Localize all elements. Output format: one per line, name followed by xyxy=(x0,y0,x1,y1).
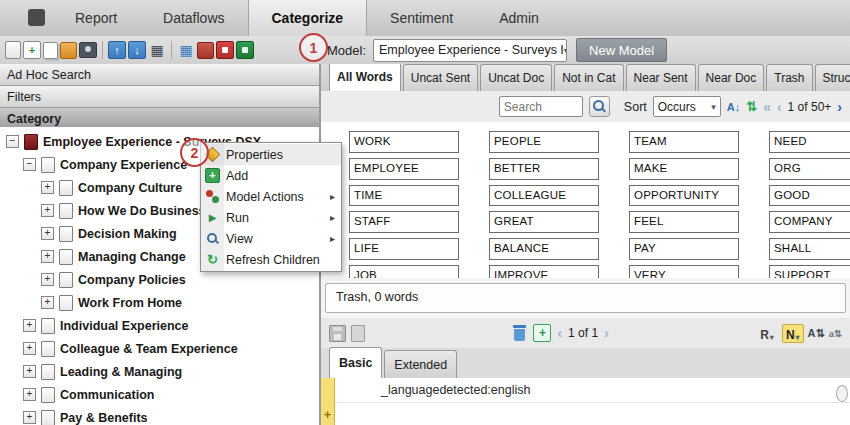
menu-item-view[interactable]: View ▸ xyxy=(201,228,341,249)
word-chip[interactable]: COMPANY xyxy=(769,211,850,233)
word-chip[interactable]: COLLEAGUE xyxy=(489,185,599,207)
search-input[interactable] xyxy=(499,96,583,117)
word-chip[interactable]: TIME xyxy=(349,185,459,207)
tree-item-work-from-home[interactable]: + Work From Home xyxy=(0,291,319,314)
gears-icon xyxy=(205,190,220,203)
tree-item-leading-managing[interactable]: + Leading & Managing xyxy=(0,360,319,383)
collapse-icon[interactable]: − xyxy=(23,158,36,171)
expand-icon[interactable]: + xyxy=(23,342,36,355)
table-view-icon[interactable]: ▦ xyxy=(177,41,195,59)
expand-icon[interactable]: + xyxy=(41,204,54,217)
tab-report[interactable]: Report xyxy=(52,0,140,36)
tab-sentiment[interactable]: Sentiment xyxy=(367,0,476,36)
expand-icon[interactable]: + xyxy=(23,411,36,424)
snapshot-icon[interactable] xyxy=(79,42,97,58)
word-chip[interactable]: SHALL xyxy=(769,238,850,260)
next-page-icon[interactable]: › xyxy=(604,326,609,340)
sort-dropdown[interactable]: Occurs ▾ xyxy=(653,96,721,117)
context-menu: Properties + Add Model Actions ▸ ▶ Run ▸… xyxy=(200,142,342,272)
expand-icon[interactable]: + xyxy=(23,319,36,332)
document-icon[interactable] xyxy=(351,325,365,342)
export-icon[interactable] xyxy=(60,42,77,59)
name-toggle[interactable]: N ▾ xyxy=(782,324,804,343)
sort-ascending-icon[interactable]: A⇅ xyxy=(808,327,825,340)
word-chip[interactable]: EMPLOYEE xyxy=(349,158,459,180)
word-chip[interactable]: NEED xyxy=(769,131,850,153)
word-chip[interactable]: STAFF xyxy=(349,211,459,233)
excel-export-icon[interactable] xyxy=(236,41,254,59)
prev-page-icon[interactable]: ‹ xyxy=(557,326,562,340)
tab-uncat-sent[interactable]: Uncat Sent xyxy=(403,64,478,91)
new-model-button[interactable]: New Model xyxy=(576,38,667,62)
word-chip[interactable]: MAKE xyxy=(629,158,739,180)
search-button[interactable] xyxy=(589,96,610,117)
expand-icon[interactable]: + xyxy=(41,250,54,263)
tab-all-words[interactable]: All Words xyxy=(329,64,401,91)
category-icon xyxy=(59,249,73,265)
tab-structured[interactable]: Structured xyxy=(815,64,850,91)
adhoc-search-header[interactable]: Ad Hoc Search xyxy=(0,64,319,86)
tab-near-doc[interactable]: Near Doc xyxy=(698,64,765,91)
collapse-icon[interactable]: − xyxy=(6,135,19,148)
sort-direction-icon[interactable]: ⇅ xyxy=(746,99,757,114)
word-chip[interactable]: GOOD xyxy=(769,185,850,207)
menu-item-add[interactable]: + Add xyxy=(201,165,341,186)
word-chip[interactable]: LIFE xyxy=(349,238,459,260)
tab-basic[interactable]: Basic xyxy=(329,347,382,378)
package-icon[interactable] xyxy=(197,42,214,59)
detail-row[interactable]: _languagedetected:english xyxy=(335,378,850,403)
download-icon[interactable]: ↓ xyxy=(128,41,146,59)
tab-admin[interactable]: Admin xyxy=(476,0,562,36)
word-chip[interactable]: TEAM xyxy=(629,131,739,153)
tab-near-sent[interactable]: Near Sent xyxy=(626,64,696,91)
menu-item-run[interactable]: ▶ Run ▸ xyxy=(201,207,341,228)
tab-uncat-doc[interactable]: Uncat Doc xyxy=(480,64,552,91)
tab-extended[interactable]: Extended xyxy=(384,350,457,378)
menu-item-model-actions[interactable]: Model Actions ▸ xyxy=(201,186,341,207)
word-chip[interactable]: PAY xyxy=(629,238,739,260)
upload-icon[interactable]: ↑ xyxy=(108,41,126,59)
relevance-toggle[interactable]: R ▾ xyxy=(756,324,778,343)
word-chip[interactable]: FEEL xyxy=(629,211,739,233)
tree-item-individual-experience[interactable]: + Individual Experience xyxy=(0,314,319,337)
panel-handle[interactable] xyxy=(836,385,848,402)
expand-icon[interactable]: + xyxy=(41,273,54,286)
sort-az-icon[interactable]: A↓ xyxy=(727,101,740,113)
word-chip[interactable]: GREAT xyxy=(489,211,599,233)
word-chip[interactable]: OPPORTUNITY xyxy=(629,185,739,207)
word-chip[interactable]: ORG xyxy=(769,158,850,180)
menu-item-refresh-children[interactable]: ↻ Refresh Children xyxy=(201,249,341,270)
expand-icon[interactable]: + xyxy=(23,365,36,378)
first-page-icon[interactable]: « xyxy=(763,100,771,114)
trash-icon[interactable] xyxy=(512,325,527,341)
pdf-export-icon[interactable] xyxy=(216,41,234,59)
tree-item-pay-benefits[interactable]: + Pay & Benefits xyxy=(0,406,319,425)
tab-trash[interactable]: Trash xyxy=(766,64,812,91)
tree-item-communication[interactable]: + Communication xyxy=(0,383,319,406)
next-page-icon[interactable]: › xyxy=(837,100,842,114)
add-row-icon[interactable]: + xyxy=(321,407,334,422)
expand-icon[interactable]: + xyxy=(41,296,54,309)
add-node-icon[interactable]: + xyxy=(23,41,41,59)
tab-not-in-cat[interactable]: Not in Cat xyxy=(554,64,623,91)
prev-page-icon[interactable]: ‹ xyxy=(777,100,782,114)
tree-item-colleague-team-experience[interactable]: + Colleague & Team Experience xyxy=(0,337,319,360)
add-icon[interactable]: + xyxy=(533,324,551,342)
word-chip[interactable]: BETTER xyxy=(489,158,599,180)
tab-categorize[interactable]: Categorize xyxy=(248,0,368,36)
model-dropdown[interactable]: Employee Experience - Surveys I ▾ xyxy=(373,39,567,62)
word-chip[interactable]: BALANCE xyxy=(489,238,599,260)
hierarchy-icon[interactable]: ▦ xyxy=(148,41,166,59)
expand-icon[interactable]: + xyxy=(41,181,54,194)
filters-header[interactable]: Filters xyxy=(0,86,319,108)
copy-icon[interactable] xyxy=(43,42,58,59)
expand-icon[interactable]: + xyxy=(41,227,54,240)
word-chip[interactable]: PEOPLE xyxy=(489,131,599,153)
save-icon[interactable] xyxy=(329,325,346,342)
sort-descending-icon[interactable]: a⇅ xyxy=(829,328,842,339)
tab-dataflows[interactable]: Dataflows xyxy=(140,0,247,36)
menu-item-properties[interactable]: Properties xyxy=(201,144,341,165)
word-chip[interactable]: WORK xyxy=(349,131,459,153)
new-document-icon[interactable] xyxy=(5,41,21,59)
expand-icon[interactable]: + xyxy=(23,388,36,401)
